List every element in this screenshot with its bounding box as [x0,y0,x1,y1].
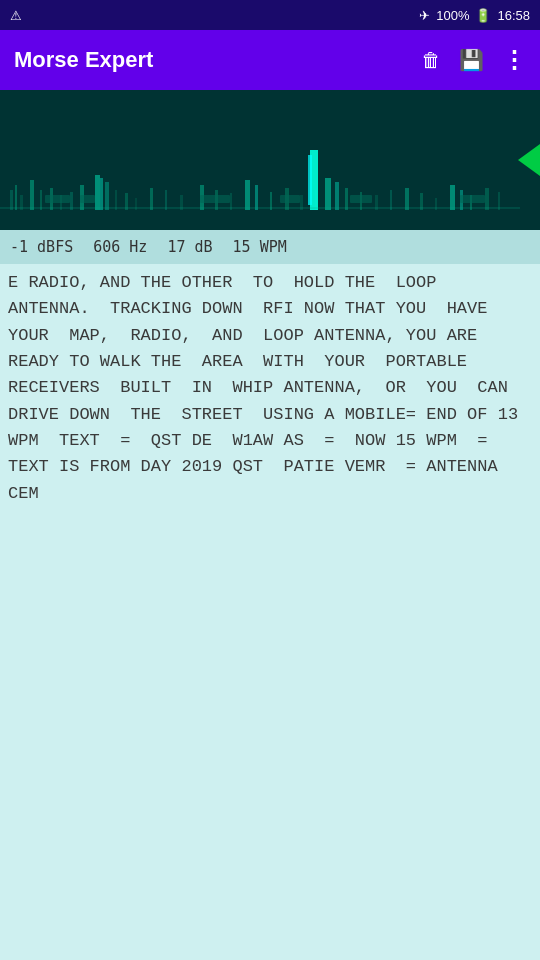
svg-rect-23 [255,185,258,210]
dbfs-value: -1 dBFS [10,238,73,256]
svg-rect-17 [165,190,167,210]
status-left: ⚠ [10,8,22,23]
delete-button[interactable]: 🗑 [421,49,441,72]
warning-icon: ⚠ [10,8,22,23]
svg-rect-12 [105,182,109,210]
svg-rect-37 [450,185,455,210]
svg-rect-41 [498,192,500,210]
stats-bar: -1 dBFS 606 Hz 17 dB 15 WPM [0,230,540,264]
clock-time: 16:58 [497,8,530,23]
svg-rect-48 [280,195,300,203]
decoded-text-area: E RADIO, AND THE OTHER TO HOLD THE LOOP … [0,264,540,513]
svg-rect-21 [230,193,232,210]
svg-rect-47 [200,195,230,203]
svg-rect-11 [100,178,103,210]
svg-rect-50 [460,195,485,203]
status-bar: ⚠ ✈ 100% 🔋 16:58 [0,0,540,30]
battery-icon: 🔋 [475,8,491,23]
app-title: Morse Expert [14,47,421,73]
hz-value: 606 Hz [93,238,147,256]
app-bar: Morse Expert 🗑 💾 ⋮ [0,30,540,90]
svg-rect-49 [350,195,372,203]
play-indicator [518,144,540,176]
svg-rect-33 [390,190,392,210]
svg-rect-10 [95,175,100,210]
svg-rect-22 [245,180,250,210]
svg-rect-28 [325,178,331,210]
more-options-button[interactable]: ⋮ [502,46,526,74]
db-value: 17 dB [167,238,212,256]
save-button[interactable]: 💾 [459,48,484,72]
svg-rect-46 [80,195,95,203]
svg-rect-1 [10,190,13,210]
airplane-icon: ✈ [419,8,430,23]
svg-rect-30 [345,188,348,210]
svg-rect-14 [125,193,128,210]
svg-rect-4 [30,180,34,210]
svg-rect-34 [405,188,409,210]
battery-text: 100% [436,8,469,23]
svg-rect-2 [15,185,17,210]
svg-rect-16 [150,188,153,210]
app-bar-actions: 🗑 💾 ⋮ [421,46,526,74]
svg-rect-45 [45,195,70,203]
svg-rect-8 [70,192,73,210]
status-right: ✈ 100% 🔋 16:58 [419,8,530,23]
svg-rect-24 [270,192,272,210]
svg-rect-43 [308,155,312,205]
waveform-canvas [0,90,540,230]
wpm-value: 15 WPM [233,238,287,256]
svg-rect-35 [420,193,423,210]
svg-rect-13 [115,190,117,210]
svg-rect-40 [485,188,489,210]
waveform-display [0,90,540,230]
svg-rect-5 [40,190,42,210]
svg-rect-29 [335,182,339,210]
